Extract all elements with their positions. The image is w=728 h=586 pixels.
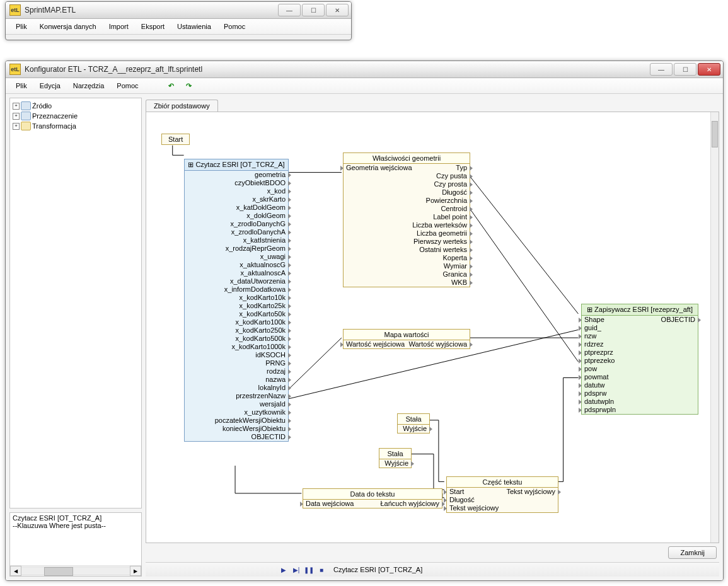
reader-field[interactable]: OBJECTID [185,433,288,441]
reader-field[interactable]: x_kodKarto50k [185,310,288,318]
menu-import[interactable]: Import [103,20,135,33]
valmap-row[interactable]: Wartość wejściowa Wartość wyjściowa [344,340,470,348]
reader-field[interactable]: x_kodKarto250k [185,326,288,335]
step-button[interactable]: ▶| [291,564,302,575]
pause-button[interactable]: ❚❚ [303,564,315,575]
canvas-scrollbar[interactable] [710,112,719,543]
reader-field[interactable]: x_aktualnoscA [185,269,288,277]
minimize-button[interactable]: — [278,4,301,16]
reader-field[interactable]: czyObiektBDOO [185,179,288,187]
geom-output[interactable]: Długość [344,188,470,197]
writer-field[interactable]: datutw [582,381,698,389]
reader-field[interactable]: x_kodKarto500k [185,335,288,343]
reader-field[interactable]: x_dataUtworzenia [185,277,288,285]
expand-icon[interactable]: + [13,123,20,130]
writer-field[interactable]: pdsprw [582,389,698,398]
scroll-right-icon[interactable]: ▶ [130,566,141,576]
start-node[interactable]: Start [161,134,190,145]
writer-field[interactable]: nzw [582,332,698,340]
writer-node[interactable]: ⊞ Zapisywacz ESRI [rezeprzy_aft] Shape O… [581,304,698,415]
reader-field[interactable]: PRNG [185,359,288,367]
reader-field[interactable]: wersjaId [185,400,288,408]
tree-item-transformacja[interactable]: + Transformacja [11,121,140,131]
scroll-thumb[interactable] [712,121,718,147]
redo-button[interactable]: ↷ [183,79,195,92]
writer-field[interactable]: ptprezprz [582,348,698,357]
writer-field[interactable]: ptprezeko [582,357,698,365]
writer-field[interactable]: rdzrez [582,340,698,348]
menu-plik[interactable]: Plik [9,79,33,92]
minimize-button[interactable]: — [650,63,673,76]
menu-konwersja[interactable]: Konwersja danych [33,20,103,33]
tab-zbior-podstawowy[interactable]: Zbiór podstawowy [146,100,218,112]
reader-field[interactable]: rodzaj [185,367,288,376]
titlebar[interactable]: etL Konfigurator ETL - TCRZ_A__rezeprz_a… [6,61,723,78]
geom-output[interactable]: Pierwszy werteks [344,238,470,246]
reader-field[interactable]: koniecWersjiObiektu [185,425,288,433]
date-to-text-node[interactable]: Data do tekstu Data wejściowa Łańcuch wy… [303,488,442,508]
titlebar[interactable]: etL SprintMAP.ETL — ☐ ✕ [6,2,351,19]
reader-field[interactable]: geometria [185,171,288,179]
reader-field[interactable]: idKSOCH [185,351,288,359]
reader-field[interactable]: poczatekWersjiObiektu [185,417,288,425]
expand-icon[interactable]: + [13,103,20,110]
menu-pomoc[interactable]: Pomoc [217,20,251,33]
textpart-row1[interactable]: Długość [447,496,558,504]
geom-output[interactable]: Granica [344,270,470,279]
tree-item-zrodlo[interactable]: + Źródło [11,101,140,111]
diagram-canvas[interactable]: Start ⊞ Czytacz ESRI [OT_TCRZ_A] geometr… [146,112,719,543]
maximize-button[interactable]: ☐ [302,4,325,16]
tree-item-przeznaczenie[interactable]: + Przeznaczenie [11,111,140,121]
writer-field[interactable]: guid_ [582,324,698,332]
expand-icon[interactable]: + [13,113,20,120]
geom-output[interactable]: Ostatni werteks [344,246,470,254]
text-part-node[interactable]: Część tekstu Start Tekst wyjściowy Długo… [446,476,558,513]
reader-field[interactable]: x_doklGeom [185,212,288,220]
reader-field[interactable]: x_kodKarto1000k [185,343,288,351]
reader-field[interactable]: x_informDodatkowa [185,285,288,294]
reader-field[interactable]: x_zrodloDanychG [185,220,288,228]
const1-out[interactable]: Wyjście [398,425,429,433]
date-row[interactable]: Data wejściowa Łańcuch wyjściowy [303,500,442,508]
const2-out[interactable]: Wyjście [379,459,411,468]
reader-field[interactable]: x_uwagi [185,253,288,261]
reader-field[interactable]: lokalnyId [185,384,288,392]
geom-output[interactable]: Wymiar [344,262,470,270]
writer-row0[interactable]: Shape OBJECTID [582,316,698,324]
writer-field[interactable]: datutwpln [582,398,698,406]
menu-ustawienia[interactable]: Ustawienia [171,20,217,33]
scroll-left-icon[interactable]: ◀ [10,566,21,576]
zamknij-button[interactable]: Zamknij [668,546,717,559]
writer-field[interactable]: powmat [582,373,698,381]
writer-field[interactable]: pow [582,365,698,373]
reader-field[interactable]: x_rodzajReprGeom [185,244,288,253]
reader-field[interactable]: x_skrKarto [185,195,288,204]
scroll-thumb[interactable] [44,567,73,576]
geom-output[interactable]: Koperta [344,254,470,262]
geom-output[interactable]: Liczba werteksów [344,221,470,229]
reader-node[interactable]: ⊞ Czytacz ESRI [OT_TCRZ_A] geometriaczyO… [184,159,289,442]
geom-output[interactable]: Czy prosta [344,180,470,188]
message-scrollbar[interactable]: ◀ ▶ [10,565,141,576]
writer-field[interactable]: pdsprwpln [582,406,698,414]
menu-narzedzia[interactable]: Narzędzia [67,79,111,92]
reader-field[interactable]: x_uzytkownik [185,408,288,417]
reader-field[interactable]: przestrzenNazw [185,392,288,400]
play-button[interactable]: ▶ [278,564,289,575]
stop-button[interactable]: ■ [316,564,327,575]
undo-button[interactable]: ↶ [165,79,178,92]
reader-field[interactable]: x_aktualnoscG [185,261,288,269]
close-button[interactable]: ✕ [326,4,349,16]
const2-node[interactable]: Stała Wyjście [379,448,412,468]
maximize-button[interactable]: ☐ [674,63,696,76]
menu-plik[interactable]: Plik [9,20,33,33]
geom-output[interactable]: Label point [344,213,470,221]
reader-field[interactable]: x_katDoklGeom [185,204,288,212]
geom-output[interactable]: WKB [344,279,470,287]
geom-output[interactable]: Liczba geometrii [344,229,470,238]
textpart-row2[interactable]: Tekst wejściowy [447,504,558,512]
reader-field[interactable]: x_kod [185,187,288,195]
geom-output[interactable]: Centroid [344,205,470,213]
geom-output[interactable]: Czy pusta [344,172,470,180]
reader-field[interactable]: x_kodKarto100k [185,318,288,326]
